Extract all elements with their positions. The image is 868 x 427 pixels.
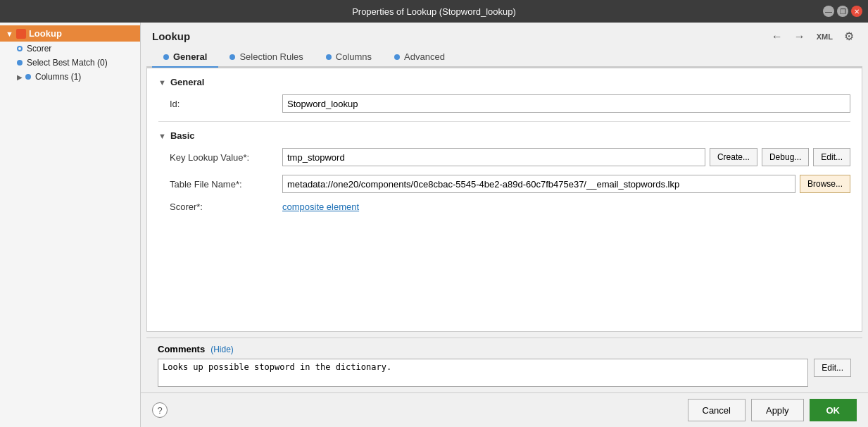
- table-file-label: Table File Name*:: [170, 179, 282, 190]
- comments-textarea[interactable]: Looks up possible stopword in the dictio…: [158, 359, 808, 387]
- comments-edit-button[interactable]: Edit...: [814, 359, 851, 377]
- sidebar-item-scorer[interactable]: Scorer: [11, 42, 140, 56]
- basic-section-header[interactable]: ▼ Basic: [158, 130, 850, 141]
- cancel-button[interactable]: Cancel: [688, 399, 746, 421]
- tab-selection-rules-label: Selection Rules: [239, 51, 303, 62]
- header-actions: ← → XML ⚙: [769, 28, 857, 44]
- tab-advanced-dot: [394, 54, 400, 60]
- key-lookup-label: Key Lookup Value*:: [170, 152, 282, 163]
- browse-button[interactable]: Browse...: [800, 175, 850, 193]
- main-area: ▼ Lookup Scorer Select Best Match (0) ▶ …: [0, 23, 868, 427]
- section-divider: [158, 121, 850, 122]
- sidebar-root-label: Lookup: [29, 28, 62, 39]
- edit-key-button[interactable]: Edit...: [813, 148, 850, 166]
- sidebar-scorer-label: Scorer: [27, 44, 51, 54]
- sidebar-item-columns[interactable]: ▶ Columns (1): [11, 70, 140, 84]
- maximize-button[interactable]: ❐: [837, 6, 848, 17]
- scorer-link[interactable]: composite element: [282, 202, 359, 212]
- general-section-arrow: ▼: [158, 78, 166, 87]
- sidebar-item-best-match[interactable]: Select Best Match (0): [11, 56, 140, 70]
- id-row: Id:: [158, 94, 850, 113]
- id-input[interactable]: [282, 94, 850, 113]
- basic-section-title: Basic: [170, 130, 195, 141]
- settings-icon-button[interactable]: ⚙: [841, 28, 857, 44]
- tabs-bar: General Selection Rules Columns Advanced: [146, 47, 862, 68]
- comments-header: Comments (Hide): [158, 344, 851, 354]
- general-panel: ▼ General Id: ▼ Basic Key Lookup Value*:: [146, 68, 862, 332]
- sidebar-best-match-label: Select Best Match (0): [27, 58, 108, 68]
- key-lookup-group: Create... Debug... Edit...: [282, 148, 850, 166]
- table-file-row: Table File Name*: Browse...: [158, 175, 850, 193]
- tab-selection-rules[interactable]: Selection Rules: [218, 47, 314, 68]
- tab-general[interactable]: General: [152, 47, 218, 68]
- basic-section-arrow: ▼: [158, 132, 166, 140]
- comments-body: Looks up possible stopword in the dictio…: [158, 359, 851, 387]
- tab-general-label: General: [173, 51, 207, 62]
- tab-selection-rules-dot: [229, 54, 235, 60]
- sidebar-item-lookup[interactable]: ▼ Lookup: [0, 25, 140, 42]
- general-section-header[interactable]: ▼ General: [158, 77, 850, 87]
- xml-button[interactable]: XML: [814, 31, 836, 42]
- tab-advanced[interactable]: Advanced: [383, 47, 456, 68]
- key-lookup-row: Key Lookup Value*: Create... Debug... Ed…: [158, 148, 850, 166]
- tab-columns-label: Columns: [336, 51, 372, 62]
- footer-left: ?: [152, 402, 682, 418]
- id-label: Id:: [170, 99, 282, 109]
- footer: ? Cancel Apply OK: [141, 392, 868, 427]
- lookup-icon: [16, 29, 26, 39]
- tab-columns[interactable]: Columns: [315, 47, 383, 68]
- title-bar-controls: — ❐ ✕: [823, 6, 862, 17]
- sidebar-arrow-icon: ▼: [6, 30, 13, 38]
- minimize-button[interactable]: —: [823, 6, 834, 17]
- columns-dot-icon: [25, 74, 31, 80]
- tab-general-dot: [163, 54, 169, 60]
- columns-arrow-icon: ▶: [17, 73, 23, 81]
- create-button[interactable]: Create...: [710, 148, 757, 166]
- debug-button[interactable]: Debug...: [762, 148, 809, 166]
- scorer-row: Scorer*: composite element: [158, 202, 850, 212]
- sidebar: ▼ Lookup Scorer Select Best Match (0) ▶ …: [0, 23, 141, 427]
- content-title: Lookup: [152, 30, 190, 42]
- scorer-dot-icon: [17, 46, 23, 51]
- sidebar-columns-label: Columns (1): [35, 72, 81, 82]
- close-button[interactable]: ✕: [851, 6, 862, 17]
- best-match-dot-icon: [17, 60, 23, 66]
- table-file-input[interactable]: [282, 175, 795, 193]
- apply-button[interactable]: Apply: [751, 399, 804, 421]
- ok-button[interactable]: OK: [810, 399, 857, 421]
- title-bar: Properties of Lookup (Stopword_lookup) —…: [0, 0, 868, 23]
- window: Properties of Lookup (Stopword_lookup) —…: [0, 0, 868, 427]
- tab-columns-dot: [326, 54, 332, 60]
- help-button[interactable]: ?: [152, 402, 168, 418]
- tab-advanced-label: Advanced: [404, 51, 445, 62]
- content-area: Lookup ← → XML ⚙ General Selection Rules: [141, 23, 868, 427]
- sidebar-children: Scorer Select Best Match (0) ▶ Columns (…: [0, 42, 140, 84]
- content-header: Lookup ← → XML ⚙: [141, 23, 868, 47]
- comments-hide-button[interactable]: (Hide): [210, 345, 234, 354]
- scorer-label: Scorer*:: [170, 202, 282, 212]
- table-file-group: Browse...: [282, 175, 850, 193]
- general-section-title: General: [170, 77, 204, 87]
- comments-area: Comments (Hide) Looks up possible stopwo…: [146, 338, 862, 392]
- nav-forward-button[interactable]: →: [791, 29, 808, 44]
- window-title: Properties of Lookup (Stopword_lookup): [352, 6, 516, 17]
- nav-back-button[interactable]: ←: [769, 29, 786, 44]
- comments-title: Comments: [158, 344, 205, 354]
- key-lookup-input[interactable]: [282, 148, 705, 166]
